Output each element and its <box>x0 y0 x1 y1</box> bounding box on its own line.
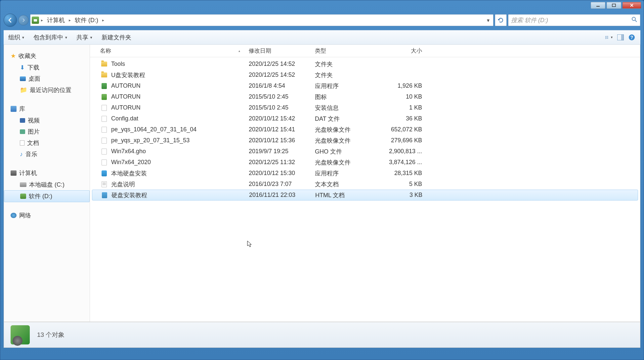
svg-rect-9 <box>606 38 608 39</box>
sidebar-network[interactable]: 网络 <box>4 209 90 221</box>
file-name: AUTORUN <box>111 104 141 111</box>
minimize-button[interactable] <box>591 2 605 9</box>
file-type-icon <box>100 192 109 198</box>
file-size: 5 KB <box>378 181 425 188</box>
sidebar-music[interactable]: ♪音乐 <box>4 149 90 160</box>
file-row[interactable]: U盘安装教程2020/12/25 14:52文件夹 <box>90 69 640 80</box>
file-row[interactable]: Tools2020/12/25 14:52文件夹 <box>90 59 640 69</box>
sidebar-computer[interactable]: 计算机 <box>4 167 90 179</box>
close-button[interactable] <box>623 2 641 9</box>
file-row[interactable]: Win7x64_20202020/12/25 11:32光盘映像文件3,874,… <box>90 157 640 168</box>
file-row[interactable]: pe_yqs_1064_20_07_31_16_042020/10/12 15:… <box>90 124 640 135</box>
file-row[interactable]: 本地硬盘安装2020/10/12 15:30应用程序28,315 KB <box>90 168 640 179</box>
search-box[interactable] <box>508 14 640 26</box>
file-row[interactable]: Win7x64.gho2019/9/7 19:25GHO 文件2,900,813… <box>90 146 640 157</box>
star-icon: ★ <box>11 52 16 60</box>
status-bar: 13 个对象 <box>4 322 640 348</box>
file-row[interactable]: pe_yqs_xp_20_07_31_15_532020/10/12 15:36… <box>90 135 640 146</box>
svg-rect-7 <box>606 37 608 37</box>
file-size: 2,900,813 ... <box>378 148 425 155</box>
drive-icon <box>20 182 26 187</box>
column-type[interactable]: 类型 <box>312 47 378 55</box>
sidebar-libraries[interactable]: 库 <box>4 103 90 115</box>
file-type: 光盘映像文件 <box>312 126 378 134</box>
sidebar-downloads[interactable]: ⬇下载 <box>4 62 90 73</box>
organize-menu[interactable]: 组织▼ <box>8 33 25 41</box>
sidebar-pictures[interactable]: 图片 <box>4 126 90 137</box>
file-size: 652,072 KB <box>378 126 425 133</box>
address-dropdown-icon[interactable]: ▾ <box>485 17 492 23</box>
file-name: Tools <box>111 61 125 68</box>
sidebar-desktop[interactable]: 桌面 <box>4 73 90 84</box>
library-icon <box>11 106 17 112</box>
file-row[interactable]: AUTORUN2015/5/10 2:45图标10 KB <box>90 91 640 102</box>
document-icon <box>20 140 24 146</box>
address-bar[interactable]: ▸ 计算机 ▸ 软件 (D:) ▸ ▾ <box>30 14 494 26</box>
file-size: 1 KB <box>378 104 425 111</box>
file-date: 2019/9/7 19:25 <box>246 148 312 155</box>
help-button[interactable]: ? <box>628 33 636 41</box>
svg-rect-11 <box>621 34 624 40</box>
svg-rect-5 <box>606 36 608 36</box>
maximize-button[interactable] <box>607 2 621 9</box>
sidebar-favorites[interactable]: ★收藏夹 <box>4 50 90 62</box>
svg-rect-0 <box>596 6 600 7</box>
include-library-menu[interactable]: 包含到库中▼ <box>33 33 68 41</box>
file-date: 2020/12/25 14:52 <box>246 61 312 68</box>
sidebar-recent[interactable]: 📁最近访问的位置 <box>4 84 90 96</box>
file-name: 光盘说明 <box>111 180 135 188</box>
file-date: 2016/11/21 22:03 <box>246 192 313 199</box>
file-size: 279,696 KB <box>378 137 425 144</box>
column-date[interactable]: 修改日期 <box>246 47 312 55</box>
svg-point-3 <box>632 17 635 21</box>
picture-icon <box>20 129 25 134</box>
drive-large-icon <box>11 325 30 344</box>
file-row[interactable]: 光盘说明2016/10/23 7:07文本文档5 KB <box>90 179 640 190</box>
file-name: Win7x64.gho <box>111 148 146 155</box>
file-name: Config.dat <box>111 115 138 122</box>
file-type-icon <box>100 72 108 77</box>
preview-pane-button[interactable] <box>617 33 624 41</box>
file-name: Win7x64_2020 <box>111 159 151 166</box>
file-name: pe_yqs_xp_20_07_31_15_53 <box>111 137 190 144</box>
file-date: 2016/10/23 7:07 <box>246 181 312 188</box>
file-row[interactable]: AUTORUN2015/5/10 2:45安装信息1 KB <box>90 102 640 113</box>
file-list: Tools2020/12/25 14:52文件夹U盘安装教程2020/12/25… <box>90 57 640 322</box>
file-type: 文件夹 <box>312 60 378 68</box>
file-type-icon <box>100 127 108 133</box>
column-size[interactable]: 大小 <box>378 47 425 55</box>
nav-back-button[interactable] <box>4 14 17 27</box>
sidebar-drive-d[interactable]: 软件 (D:) <box>4 190 90 202</box>
file-date: 2020/12/25 14:52 <box>246 71 312 78</box>
file-type-icon <box>100 149 108 155</box>
svg-rect-4 <box>605 36 606 37</box>
file-name: 本地硬盘安装 <box>111 169 147 177</box>
sidebar-videos[interactable]: 视频 <box>4 115 90 126</box>
file-type: 光盘映像文件 <box>312 137 378 145</box>
file-size: 36 KB <box>378 115 425 122</box>
svg-rect-1 <box>612 4 616 7</box>
file-type: 文本文档 <box>312 180 378 188</box>
sidebar-drive-c[interactable]: 本地磁盘 (C:) <box>4 179 90 190</box>
new-folder-button[interactable]: 新建文件夹 <box>102 33 131 41</box>
nav-forward-button[interactable] <box>18 15 29 25</box>
file-row[interactable]: AUTORUN2016/1/8 4:54应用程序1,926 KB <box>90 80 640 91</box>
file-row[interactable]: 硬盘安装教程2016/11/21 22:03HTML 文档3 KB <box>92 190 638 201</box>
file-date: 2020/10/12 15:41 <box>246 126 312 133</box>
search-input[interactable] <box>511 17 631 24</box>
file-row[interactable]: Config.dat2020/10/12 15:42DAT 文件36 KB <box>90 113 640 124</box>
file-date: 2015/5/10 2:45 <box>246 104 312 111</box>
network-icon <box>11 213 17 218</box>
view-options-button[interactable]: ▼ <box>605 33 613 41</box>
sort-asc-icon: ▴ <box>238 49 240 53</box>
file-type: 安装信息 <box>312 104 378 112</box>
sidebar-documents[interactable]: 文档 <box>4 137 90 149</box>
column-name[interactable]: 名称▴ <box>97 47 246 55</box>
breadcrumb-computer[interactable]: 计算机 <box>45 15 67 25</box>
breadcrumb-drive[interactable]: 软件 (D:) <box>73 15 100 25</box>
file-name: AUTORUN <box>111 82 141 89</box>
refresh-button[interactable] <box>495 14 507 26</box>
file-size: 1,926 KB <box>378 82 425 89</box>
toolbar: 组织▼ 包含到库中▼ 共享▼ 新建文件夹 ▼ ? <box>4 30 640 45</box>
share-menu[interactable]: 共享▼ <box>76 33 93 41</box>
